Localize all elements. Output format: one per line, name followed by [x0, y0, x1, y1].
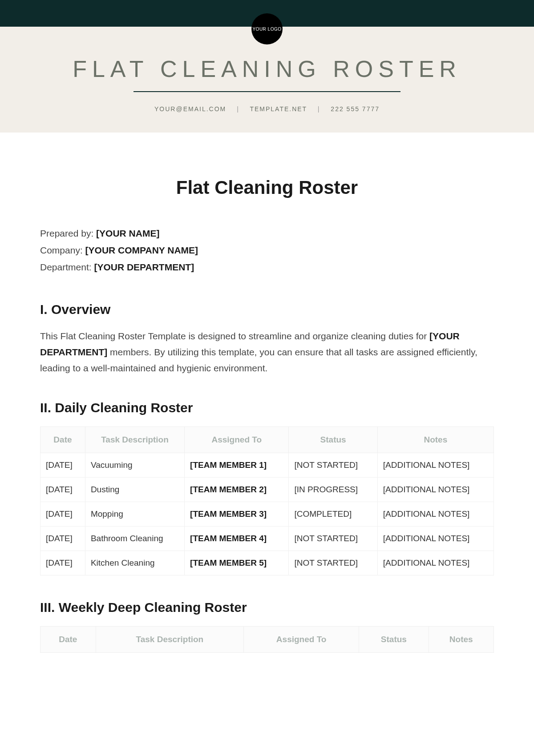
cell-task: Dusting	[85, 478, 184, 502]
cell-notes: [ADDITIONAL NOTES]	[377, 453, 494, 478]
table-row: [DATE]Vacuuming[TEAM MEMBER 1][NOT START…	[40, 453, 494, 478]
cell-date: [DATE]	[40, 453, 85, 478]
meta-prepared: Prepared by: [YOUR NAME]	[40, 225, 494, 242]
contact-email: YOUR@EMAIL.COM	[154, 105, 226, 113]
overview-paragraph: This Flat Cleaning Roster Template is de…	[40, 328, 494, 376]
meta-label: Department:	[40, 262, 94, 272]
meta-value: [YOUR COMPANY NAME]	[85, 245, 198, 255]
col-task: Task Description	[85, 427, 184, 453]
col-status: Status	[289, 427, 377, 453]
contact-phone: 222 555 7777	[331, 105, 380, 113]
document-meta: Prepared by: [YOUR NAME] Company: [YOUR …	[40, 225, 494, 275]
logo-badge: YOUR LOGO	[251, 13, 283, 44]
overview-text-1: This Flat Cleaning Roster Template is de…	[40, 331, 429, 341]
section-daily-heading: II. Daily Cleaning Roster	[40, 400, 494, 415]
table-row: [DATE]Kitchen Cleaning[TEAM MEMBER 5][NO…	[40, 551, 494, 575]
col-status: Status	[359, 627, 429, 653]
meta-company: Company: [YOUR COMPANY NAME]	[40, 242, 494, 259]
section-weekly-heading: III. Weekly Deep Cleaning Roster	[40, 600, 494, 615]
banner-divider	[134, 91, 400, 92]
cell-task: Kitchen Cleaning	[85, 551, 184, 575]
cell-notes: [ADDITIONAL NOTES]	[377, 551, 494, 575]
cell-task: Mopping	[85, 502, 184, 527]
meta-label: Prepared by:	[40, 228, 96, 238]
contact-site: TEMPLATE.NET	[250, 105, 307, 113]
table-header-row: Date Task Description Assigned To Status…	[40, 427, 494, 453]
banner-title: FLAT CLEANING ROSTER	[0, 56, 534, 82]
cell-notes: [ADDITIONAL NOTES]	[377, 527, 494, 551]
cell-status: [IN PROGRESS]	[289, 478, 377, 502]
col-date: Date	[40, 427, 85, 453]
meta-value: [YOUR NAME]	[96, 228, 159, 238]
cell-task: Bathroom Cleaning	[85, 527, 184, 551]
separator: |	[237, 105, 239, 113]
cell-assigned: [TEAM MEMBER 3]	[185, 502, 289, 527]
banner-contact: YOUR@EMAIL.COM | TEMPLATE.NET | 222 555 …	[0, 105, 534, 113]
table-row: [DATE]Mopping[TEAM MEMBER 3][COMPLETED][…	[40, 502, 494, 527]
col-task: Task Description	[96, 627, 244, 653]
cell-notes: [ADDITIONAL NOTES]	[377, 478, 494, 502]
cell-assigned: [TEAM MEMBER 5]	[185, 551, 289, 575]
col-notes: Notes	[429, 627, 494, 653]
cell-date: [DATE]	[40, 551, 85, 575]
meta-label: Company:	[40, 245, 85, 255]
cell-status: [COMPLETED]	[289, 502, 377, 527]
separator: |	[318, 105, 320, 113]
section-overview-heading: I. Overview	[40, 302, 494, 317]
table-header-row: Date Task Description Assigned To Status…	[40, 627, 494, 653]
logo-text: YOUR LOGO	[252, 27, 281, 32]
cell-notes: [ADDITIONAL NOTES]	[377, 502, 494, 527]
col-assigned: Assigned To	[185, 427, 289, 453]
document-title: Flat Cleaning Roster	[40, 177, 494, 198]
cell-assigned: [TEAM MEMBER 2]	[185, 478, 289, 502]
table-row: [DATE]Dusting[TEAM MEMBER 2][IN PROGRESS…	[40, 478, 494, 502]
col-notes: Notes	[377, 427, 494, 453]
document-body: Flat Cleaning Roster Prepared by: [YOUR …	[0, 133, 534, 671]
cell-date: [DATE]	[40, 478, 85, 502]
cell-task: Vacuuming	[85, 453, 184, 478]
cell-date: [DATE]	[40, 502, 85, 527]
cell-assigned: [TEAM MEMBER 4]	[185, 527, 289, 551]
weekly-roster-table: Date Task Description Assigned To Status…	[40, 626, 494, 653]
meta-department: Department: [YOUR DEPARTMENT]	[40, 259, 494, 276]
cell-status: [NOT STARTED]	[289, 551, 377, 575]
cell-date: [DATE]	[40, 527, 85, 551]
cell-status: [NOT STARTED]	[289, 453, 377, 478]
cell-assigned: [TEAM MEMBER 1]	[185, 453, 289, 478]
col-assigned: Assigned To	[244, 627, 359, 653]
meta-value: [YOUR DEPARTMENT]	[94, 262, 194, 272]
col-date: Date	[40, 627, 96, 653]
top-bar: YOUR LOGO	[0, 0, 534, 27]
daily-roster-table: Date Task Description Assigned To Status…	[40, 426, 494, 575]
table-row: [DATE]Bathroom Cleaning[TEAM MEMBER 4][N…	[40, 527, 494, 551]
cell-status: [NOT STARTED]	[289, 527, 377, 551]
